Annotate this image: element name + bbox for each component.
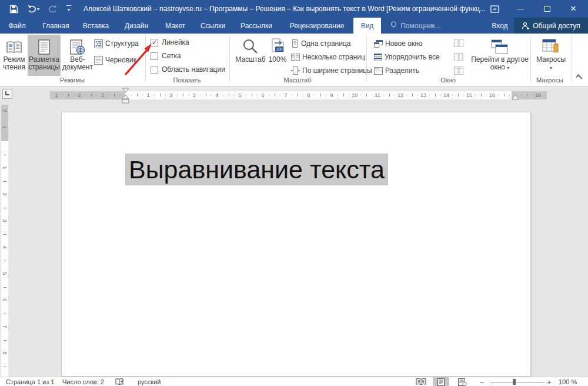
ruler-row: 3211234567891011121314151618 (0, 86, 588, 105)
outline-icon (94, 39, 103, 48)
ruler-number: 11 (373, 92, 382, 98)
redo-icon (46, 3, 59, 15)
ruler-number: 2 (2, 108, 8, 114)
tab-references[interactable]: Ссылки (195, 18, 230, 34)
minimize-button[interactable] (512, 0, 529, 18)
new-window-button[interactable]: Новое окно (374, 38, 423, 49)
lightbulb-icon (390, 21, 397, 30)
draft-view-button[interactable]: Черновик (94, 54, 136, 66)
ruler-number: 12 (396, 92, 405, 98)
zoom-button[interactable]: Масштаб (232, 35, 269, 76)
ruler-number: 3 (2, 218, 8, 224)
ribbon-view-tab-panel: Режим чтения Разметка страницы Веб-докум… (0, 34, 588, 86)
gridlines-checkbox[interactable]: Сетка (151, 51, 181, 61)
word-count[interactable]: Число слов: 2 (62, 378, 104, 386)
ruler-number: 2 (2, 191, 8, 197)
tab-assistant[interactable]: Помощник... (383, 18, 448, 34)
outline-view-button[interactable]: Структура (94, 38, 139, 49)
selected-text[interactable]: Выравнивание текста (125, 154, 388, 185)
arrange-all-button[interactable]: Упорядочить все (374, 51, 440, 63)
zoom-level[interactable]: 100 % (559, 378, 577, 386)
right-indent-marker[interactable] (511, 94, 520, 100)
window-title: Алексей Шатковский – nastroyvse.ru – Про… (83, 5, 486, 13)
macros-button[interactable]: Макросы▾ (533, 35, 569, 76)
tab-mailings[interactable]: Рассылки (234, 18, 279, 34)
print-layout-button[interactable]: Разметка страницы (28, 35, 61, 76)
ruler-number: 2 (167, 92, 175, 98)
group-label-macros: Макросы (514, 76, 585, 85)
zoom-out-button[interactable]: − (480, 378, 485, 386)
zoom-100-button[interactable]: 100 100% (266, 35, 289, 76)
web-layout-view-button[interactable] (454, 377, 470, 386)
page-width-icon (291, 66, 300, 75)
page-indicator[interactable]: Страница 1 из 1 (6, 378, 54, 386)
switch-windows-icon (491, 36, 509, 55)
tab-home[interactable]: Главная (35, 18, 76, 34)
checkbox-checked-icon: ✓ (151, 39, 158, 46)
navigation-pane-checkbox[interactable]: Область навигации (151, 65, 225, 74)
read-mode-view-button[interactable] (413, 377, 429, 386)
customize-quick-access-icon[interactable]: ▾ (62, 3, 75, 15)
ribbon-tab-row: Файл Главная Вставка Дизайн Макет Ссылки… (0, 18, 588, 34)
document-page[interactable]: Выравнивание текста (61, 112, 531, 377)
title-bar: ▾ ▾ Алексей Шатковский – nastroyvse.ru –… (0, 0, 588, 18)
word-window: ▾ ▾ Алексей Шатковский – nastroyvse.ru –… (0, 0, 588, 386)
hruler-marks: 3211234567891011121314151618 (0, 86, 588, 105)
ruler-number: 5 (236, 92, 244, 98)
draft-icon (94, 56, 103, 65)
ribbon-display-options-icon[interactable] (486, 0, 503, 18)
tab-layout[interactable]: Макет (159, 18, 192, 34)
ruler-number: 14 (442, 92, 450, 98)
one-page-button[interactable]: Одна страница (291, 38, 350, 49)
ruler-number: 4 (213, 92, 221, 98)
ruler-number: 1 (2, 124, 8, 130)
read-mode-button[interactable]: Режим чтения (1, 35, 27, 76)
tab-file[interactable]: Файл (4, 18, 31, 34)
read-mode-icon (6, 36, 22, 55)
print-layout-view-button[interactable] (433, 377, 449, 386)
switch-windows-button[interactable]: Перейти в другое окно ▾ (470, 35, 529, 76)
ruler-number: 6 (2, 297, 8, 303)
magnifier-icon (242, 36, 259, 55)
sign-in-button[interactable]: Вход (487, 18, 513, 34)
ruler-number: 7 (2, 324, 8, 330)
indent-markers[interactable] (121, 87, 131, 104)
split-button[interactable]: Разделить (374, 65, 419, 76)
language-indicator[interactable]: русский (138, 378, 161, 386)
vertical-ruler: 2112345678 (1, 105, 8, 377)
page-width-button[interactable]: По ширине страницы (291, 65, 372, 76)
zoom-in-button[interactable]: + (547, 378, 552, 386)
ruler-checkbox[interactable]: ✓ Линейка (151, 38, 189, 47)
undo-dropdown-icon[interactable]: ▾ (37, 6, 39, 12)
dropdown-icon: ▾ (507, 65, 509, 71)
checkbox-unchecked-icon (151, 66, 158, 74)
group-label-window: Окно (413, 76, 483, 85)
macros-icon (542, 36, 560, 55)
tab-insert[interactable]: Вставка (78, 18, 114, 34)
proofing-status-icon[interactable] (115, 378, 124, 386)
ruler-number: 18 (534, 92, 542, 98)
multiple-pages-icon (291, 53, 300, 61)
group-label-views: Режимы (37, 76, 108, 85)
save-icon[interactable] (7, 3, 20, 15)
zoom-slider-thumb[interactable] (513, 379, 516, 385)
undo-button[interactable]: ▾ (25, 3, 42, 15)
multiple-pages-button[interactable]: Несколько страниц (291, 51, 365, 63)
web-layout-icon (70, 36, 85, 55)
maximize-button[interactable] (539, 0, 556, 18)
person-plus-icon (522, 22, 530, 30)
ruler-number: 4 (2, 244, 8, 250)
tab-review[interactable]: Рецензирование (283, 18, 350, 34)
ruler-number: 3 (190, 92, 198, 98)
close-button[interactable]: × (564, 0, 582, 18)
print-layout-icon (38, 36, 50, 55)
share-button[interactable]: Общий доступ (514, 18, 588, 34)
dropdown-icon: ▾ (550, 65, 552, 71)
ruler-number: 7 (282, 92, 290, 98)
tab-view[interactable]: Вид (353, 18, 381, 34)
split-icon (374, 67, 383, 75)
zoom-slider-track[interactable] (490, 382, 544, 382)
ruler-number: 13 (419, 92, 427, 98)
tab-design[interactable]: Дизайн (119, 18, 154, 34)
web-layout-button[interactable]: Веб-документ (61, 35, 94, 76)
